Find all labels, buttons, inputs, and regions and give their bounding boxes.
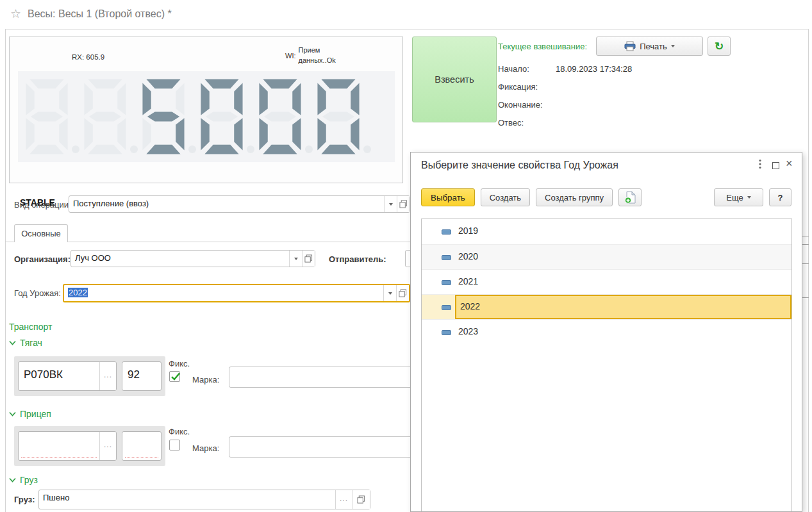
harvest-year-open-button[interactable]	[396, 285, 409, 301]
select-button[interactable]: Выбрать	[421, 188, 475, 206]
decimal-point	[72, 145, 79, 153]
chevron-down-icon	[389, 203, 393, 206]
seven-segment-display	[18, 71, 395, 162]
organization-value[interactable]: Луч ООО	[71, 251, 289, 267]
decimal-point	[305, 145, 313, 153]
harvest-year-dropdown-button[interactable]	[383, 285, 396, 301]
decimal-point	[363, 145, 371, 153]
harvest-year-value[interactable]: 2022	[68, 288, 88, 297]
tractor-brand-value[interactable]	[229, 367, 414, 387]
decimal-point	[247, 145, 254, 153]
operation-value[interactable]: Поступление (ввоз)	[69, 196, 384, 212]
digit-0	[198, 76, 256, 157]
operation-open-button[interactable]	[397, 196, 410, 212]
create-button[interactable]: Создать	[481, 188, 530, 206]
cargo-open-button[interactable]	[352, 490, 370, 509]
dialog-menu-icon[interactable]	[759, 159, 761, 171]
item-label: 2022	[460, 301, 480, 311]
tractor-brand-field[interactable]	[229, 367, 415, 388]
help-button[interactable]: ?	[769, 188, 791, 206]
trailer-brand-value[interactable]	[229, 437, 414, 457]
page-title: Весы: Весы 1 (Второй отвес) *	[28, 8, 172, 20]
item-label: 2020	[458, 251, 478, 261]
more-button[interactable]: Еще	[714, 188, 763, 206]
item-dash-icon	[442, 330, 451, 335]
trailer-number-value[interactable]	[19, 432, 99, 460]
chevron-down-icon	[9, 340, 16, 345]
trailer-brand-field[interactable]	[229, 436, 415, 458]
checkmark-icon	[170, 372, 181, 382]
trailer-number-field[interactable]: ...	[18, 431, 117, 461]
open-icon	[399, 289, 407, 297]
decimal-point	[130, 145, 138, 153]
tractor-group-toggle[interactable]: Тягач	[9, 338, 42, 348]
item-dash-icon	[442, 305, 451, 310]
item-dash-icon	[442, 280, 451, 285]
list-item-2023[interactable]: 2023	[422, 319, 791, 344]
maximize-icon[interactable]	[772, 162, 779, 169]
list-item-2019[interactable]: 2019	[422, 219, 791, 244]
field-label: Начало:	[498, 64, 529, 74]
field-value: 18.09.2023 17:34:28	[556, 64, 632, 74]
cargo-label: Груз:	[14, 495, 35, 504]
print-button-label: Печать	[640, 42, 667, 51]
tractor-number-field[interactable]: Р070ВК ...	[18, 361, 117, 391]
print-button[interactable]: Печать	[596, 37, 703, 56]
tractor-fix-checkbox[interactable]	[169, 371, 180, 382]
tractor-brand-label: Марка:	[192, 375, 219, 384]
selected-cell[interactable]: 2022	[455, 295, 791, 319]
cargo-more-button[interactable]: ...	[335, 490, 352, 509]
list-item-2022[interactable]: 2022	[422, 294, 791, 319]
trailer-fix-checkbox[interactable]	[169, 440, 180, 450]
chevron-down-icon	[388, 292, 392, 295]
close-icon[interactable]: ×	[786, 157, 793, 170]
create-new-item-button[interactable]	[618, 188, 642, 206]
select-value-dialog: Выберите значение свойства Год Урожая × …	[410, 152, 802, 512]
field-label: Окончание:	[498, 100, 543, 110]
favorite-star-icon[interactable]: ☆	[10, 8, 21, 20]
cargo-group-toggle[interactable]: Груз	[9, 475, 38, 485]
operation-field[interactable]: Поступление (ввоз)	[69, 195, 410, 213]
organization-open-button[interactable]	[302, 251, 315, 267]
wi-status-line1: Прием	[299, 45, 336, 56]
tractor-number-more-button[interactable]: ...	[99, 362, 116, 390]
tractor-number-value[interactable]: Р070ВК	[19, 362, 99, 390]
tab-main[interactable]: Основные	[14, 224, 68, 242]
more-button-label: Еще	[726, 193, 743, 202]
tractor-region-value[interactable]: 92	[122, 362, 161, 390]
trailer-group-label: Прицеп	[20, 409, 51, 419]
operation-dropdown-button[interactable]	[384, 196, 397, 212]
item-label: 2019	[458, 226, 478, 236]
cargo-value[interactable]: Пшено	[39, 490, 335, 509]
trailer-region-field[interactable]	[122, 431, 162, 461]
item-dash-icon	[442, 255, 451, 260]
tractor-region-field[interactable]: 92	[122, 361, 162, 391]
harvest-year-field[interactable]: 2022	[63, 284, 410, 302]
wi-label: WI:	[285, 52, 296, 60]
background-field-edge	[802, 236, 809, 236]
list-item-2020[interactable]: 2020	[422, 244, 791, 269]
background-field-edge	[802, 263, 809, 264]
organization-field[interactable]: Луч ООО	[70, 250, 315, 267]
trailer-fix-label: Фикс.	[169, 427, 190, 436]
harvest-year-label: Год Урожая:	[14, 288, 61, 298]
list-item-2021[interactable]: 2021	[422, 269, 791, 294]
trailer-group-toggle[interactable]: Прицеп	[9, 409, 51, 419]
digit-off	[81, 76, 140, 157]
printer-icon	[624, 41, 636, 51]
weigh-button[interactable]: Взвесить	[412, 37, 497, 122]
open-icon	[304, 254, 313, 263]
refresh-button[interactable]: ↻	[708, 37, 731, 56]
cargo-field[interactable]: Пшено ...	[38, 490, 370, 509]
create-group-button[interactable]: Создать группу	[536, 188, 613, 206]
trailer-number-more-button[interactable]: ...	[99, 432, 116, 460]
digit-off	[23, 76, 81, 157]
required-marker	[125, 458, 158, 458]
open-icon	[357, 495, 365, 504]
rx-readout: RX: 605.9	[72, 53, 104, 61]
wi-status: WI: Прием данных..Ok	[285, 45, 336, 66]
chevron-down-icon	[747, 196, 751, 199]
organization-dropdown-button[interactable]	[289, 251, 302, 267]
chevron-down-icon	[294, 258, 298, 260]
trailer-region-value[interactable]	[122, 432, 161, 460]
